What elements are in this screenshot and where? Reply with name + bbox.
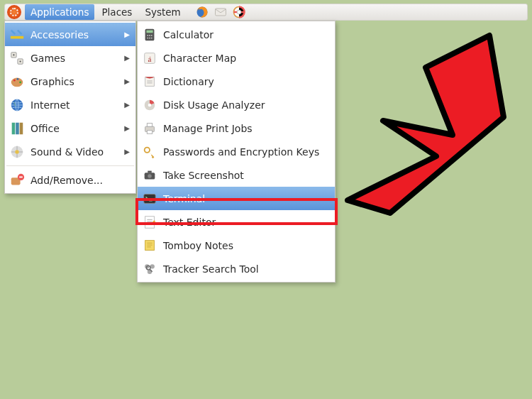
- menu-item-terminal[interactable]: Terminal: [138, 187, 335, 210]
- tomboy-icon: [142, 238, 157, 253]
- printer-icon: [142, 121, 157, 136]
- svg-rect-4: [11, 35, 23, 38]
- graphics-icon: [9, 74, 25, 89]
- menu-item-tracker[interactable]: Tracker Search Tool: [138, 257, 335, 280]
- menu-item-label: Accessories: [31, 29, 118, 40]
- svg-point-3: [237, 10, 241, 14]
- text-editor-icon: [142, 214, 157, 230]
- svg-point-29: [151, 37, 153, 38]
- panel-menu-places[interactable]: Places: [96, 4, 138, 20]
- character-map-icon: á: [142, 50, 157, 66]
- chevron-right-icon: ▶: [124, 77, 130, 85]
- svg-rect-36: [147, 130, 152, 133]
- menu-item-label: Take Screenshot: [163, 170, 329, 181]
- chevron-right-icon: ▶: [124, 148, 130, 155]
- menu-item-print-jobs[interactable]: Manage Print Jobs: [138, 116, 335, 140]
- menu-item-label: Sound & Video: [31, 146, 118, 158]
- svg-point-39: [148, 174, 152, 178]
- tracker-icon: [142, 261, 157, 277]
- svg-point-11: [17, 77, 19, 80]
- menu-item-calculator[interactable]: Calculator: [138, 23, 335, 46]
- accessories-icon: [9, 27, 25, 43]
- menu-item-text-editor[interactable]: Text Editor: [138, 210, 335, 234]
- dictionary-icon: [142, 74, 157, 89]
- calculator-icon: [142, 27, 157, 43]
- svg-text:á: á: [148, 54, 152, 62]
- panel-menu-label: Places: [101, 6, 132, 18]
- menu-item-label: Dictionary: [163, 76, 329, 87]
- svg-point-24: [147, 35, 148, 36]
- help-icon[interactable]: [232, 5, 246, 19]
- internet-icon: [9, 97, 25, 113]
- disk-usage-icon: [142, 97, 157, 113]
- svg-point-27: [147, 37, 148, 38]
- menu-item-passwords[interactable]: Passwords and Encryption Keys: [138, 140, 335, 163]
- svg-rect-23: [146, 30, 153, 33]
- office-icon: [9, 121, 25, 136]
- svg-point-28: [149, 37, 150, 38]
- svg-point-10: [13, 79, 16, 81]
- menu-item-accessories[interactable]: Accessories ▶: [5, 23, 135, 46]
- panel-menu-label: System: [145, 6, 180, 18]
- menu-item-label: Games: [31, 53, 118, 64]
- menu-item-label: Office: [31, 123, 118, 134]
- svg-point-8: [19, 60, 21, 62]
- chevron-right-icon: ▶: [124, 31, 130, 38]
- svg-rect-35: [147, 123, 152, 126]
- top-panel: Applications Places System: [4, 4, 528, 21]
- menu-item-character-map[interactable]: á Character Map: [138, 46, 335, 70]
- svg-rect-14: [12, 122, 16, 134]
- chevron-right-icon: ▶: [124, 124, 130, 132]
- menu-item-label: Add/Remove...: [31, 175, 130, 186]
- svg-rect-16: [20, 122, 23, 134]
- menu-item-label: Disk Usage Analyzer: [163, 99, 329, 111]
- games-icon: [9, 50, 25, 66]
- menu-item-disk-usage[interactable]: Disk Usage Analyzer: [138, 93, 335, 116]
- menu-item-label: Character Map: [163, 53, 329, 64]
- chevron-right-icon: ▶: [124, 54, 130, 62]
- sound-video-icon: [9, 144, 25, 160]
- applications-menu: Accessories ▶ Games ▶ Graphics ▶ Interne…: [4, 21, 136, 194]
- panel-menu-applications[interactable]: Applications: [25, 4, 94, 20]
- svg-rect-41: [144, 194, 156, 203]
- screenshot-icon: [142, 168, 157, 183]
- menu-item-office[interactable]: Office ▶: [5, 116, 135, 140]
- menu-item-label: Tracker Search Tool: [163, 263, 329, 275]
- menu-item-sound-video[interactable]: Sound & Video ▶: [5, 140, 135, 163]
- svg-rect-21: [19, 176, 23, 177]
- menu-item-games[interactable]: Games ▶: [5, 46, 135, 70]
- svg-rect-40: [148, 170, 152, 173]
- svg-point-25: [149, 35, 150, 36]
- svg-point-37: [145, 147, 150, 152]
- menu-item-internet[interactable]: Internet ▶: [5, 93, 135, 116]
- menu-item-add-remove[interactable]: Add/Remove...: [5, 168, 135, 192]
- menu-item-label: Graphics: [31, 76, 118, 87]
- menu-item-label: Terminal: [163, 193, 329, 204]
- menu-item-label: Text Editor: [163, 217, 329, 228]
- add-remove-icon: [9, 173, 25, 188]
- svg-point-26: [151, 35, 153, 36]
- menu-item-label: Passwords and Encryption Keys: [163, 146, 329, 158]
- terminal-icon: [142, 191, 157, 207]
- menu-item-label: Internet: [31, 99, 118, 111]
- menu-item-screenshot[interactable]: Take Screenshot: [138, 163, 335, 187]
- distro-logo-icon: [7, 5, 21, 19]
- menu-item-graphics[interactable]: Graphics ▶: [5, 70, 135, 93]
- panel-menu-label: Applications: [31, 6, 89, 18]
- svg-point-33: [148, 103, 152, 106]
- menu-item-dictionary[interactable]: Dictionary: [138, 70, 335, 93]
- svg-rect-15: [16, 122, 19, 134]
- svg-rect-1: [215, 9, 226, 16]
- svg-point-7: [13, 54, 14, 55]
- keys-icon: [142, 144, 157, 160]
- mail-icon[interactable]: [214, 5, 228, 19]
- svg-point-18: [15, 150, 19, 154]
- menu-item-label: Manage Print Jobs: [163, 123, 329, 134]
- annotation-arrow-icon: [326, 21, 518, 234]
- firefox-icon[interactable]: [195, 5, 209, 19]
- panel-menu-system[interactable]: System: [139, 4, 186, 20]
- svg-point-12: [19, 81, 21, 83]
- menu-item-tomboy[interactable]: Tomboy Notes: [138, 234, 335, 257]
- menu-item-label: Tomboy Notes: [163, 240, 329, 251]
- chevron-right-icon: ▶: [124, 101, 130, 109]
